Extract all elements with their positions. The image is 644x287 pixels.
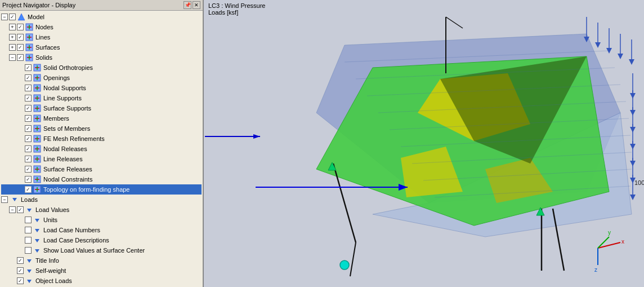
cb-self-weight[interactable]	[17, 267, 24, 274]
svg-marker-55	[35, 229, 39, 232]
openings-label: Openings	[43, 74, 70, 81]
tree-item-self-weight[interactable]: Self-weight	[1, 266, 202, 276]
tree-item-title-info[interactable]: Title Info	[1, 255, 202, 266]
tree-item-nodal-constraints[interactable]: Nodal Constraints	[1, 174, 202, 184]
self-weight-icon	[25, 266, 34, 275]
tree-container[interactable]: − Model + Nodes +	[0, 11, 203, 287]
tree-item-line-supports[interactable]: Line Supports	[1, 93, 202, 103]
cb-nodal-supports[interactable]	[25, 85, 32, 91]
load-values-label: Load Values	[35, 206, 69, 213]
expand-model[interactable]: −	[1, 14, 8, 20]
svg-text:y: y	[608, 229, 611, 236]
tree-item-lc-desc[interactable]: Load Case Descriptions	[1, 235, 202, 245]
title-info-label: Title Info	[35, 257, 59, 264]
svg-marker-53	[27, 209, 32, 212]
cb-units[interactable]	[25, 217, 32, 223]
cb-show-load-values[interactable]	[25, 247, 32, 254]
tree-item-surfaces[interactable]: + Surfaces	[1, 42, 202, 52]
viewport[interactable]: LC3 : Wind Pressure Loads [ksf]	[204, 0, 644, 287]
expand-load-values[interactable]: −	[9, 206, 16, 213]
nodes-icon	[25, 23, 34, 32]
cb-surface-supports[interactable]	[25, 105, 32, 112]
cb-sets-members[interactable]	[25, 125, 32, 132]
tree-item-lines[interactable]: + Lines	[1, 32, 202, 42]
cb-title-info[interactable]	[17, 257, 24, 264]
expand-surfaces[interactable]: +	[9, 44, 16, 51]
cb-fe-mesh[interactable]	[25, 135, 32, 142]
cb-openings[interactable]	[25, 74, 32, 81]
cb-load-values[interactable]	[17, 206, 24, 213]
tree-item-load-values[interactable]: − Load Values	[1, 205, 202, 215]
object-loads-icon	[25, 276, 34, 285]
cb-lines[interactable]	[17, 34, 24, 41]
close-button[interactable]: ✕	[193, 1, 200, 9]
cb-lc-desc[interactable]	[25, 237, 32, 244]
tree-item-model[interactable]: − Model	[1, 12, 202, 22]
cb-solids[interactable]	[17, 54, 24, 61]
tree-item-fe-mesh[interactable]: FE Mesh Refinements	[1, 134, 202, 144]
lc-numbers-label: Load Case Numbers	[43, 227, 100, 233]
units-icon	[33, 215, 42, 224]
cb-topology[interactable]	[25, 186, 32, 193]
svg-marker-59	[27, 270, 32, 273]
cb-object-loads[interactable]	[17, 277, 24, 284]
line-releases-icon	[33, 154, 42, 164]
fe-mesh-icon	[33, 134, 42, 143]
self-weight-label: Self-weight	[35, 267, 66, 274]
tree-item-object-loads[interactable]: Object Loads	[1, 276, 202, 286]
surface-supports-label: Surface Supports	[43, 105, 91, 112]
expand-nodes[interactable]: +	[9, 24, 16, 30]
topology-icon	[33, 185, 42, 194]
pin-button[interactable]: 📌	[184, 1, 191, 9]
tree-item-members[interactable]: Members	[1, 113, 202, 123]
model-label: Model	[28, 14, 44, 20]
tree-item-loads-root[interactable]: − Loads	[1, 195, 202, 205]
tree-item-nodal-supports[interactable]: Nodal Supports	[1, 83, 202, 93]
cb-model[interactable]	[9, 14, 16, 20]
cb-lc-numbers[interactable]	[25, 227, 32, 233]
show-load-values-label: Show Load Values at Surface Center	[43, 247, 145, 254]
cb-nodal-releases[interactable]	[25, 145, 32, 152]
tree-item-topology[interactable]: Topology on form-finding shape	[1, 184, 202, 195]
cb-nodal-constraints[interactable]	[25, 176, 32, 183]
nodal-supports-icon	[33, 83, 42, 92]
svg-marker-56	[35, 239, 39, 242]
load-values-icon	[25, 205, 34, 214]
number-label: 100	[634, 179, 644, 186]
expand-loads[interactable]: −	[1, 196, 8, 203]
viewport-label: LC3 : Wind Pressure Loads [ksf]	[208, 2, 265, 16]
tree-item-solid-ortho[interactable]: Solid Orthotropies	[1, 63, 202, 73]
expand-lines[interactable]: +	[9, 34, 16, 41]
cb-line-supports[interactable]	[25, 95, 32, 101]
tree-item-solids[interactable]: − Solids	[1, 52, 202, 63]
members-label: Members	[43, 115, 69, 122]
surfaces-label: Surfaces	[35, 44, 60, 51]
cb-nodes[interactable]	[17, 24, 24, 30]
svg-marker-54	[35, 219, 39, 222]
tree-item-nodal-releases[interactable]: Nodal Releases	[1, 144, 202, 154]
cb-line-releases[interactable]	[25, 156, 32, 162]
sets-members-label: Sets of Members	[43, 125, 90, 132]
cb-solid-ortho[interactable]	[25, 64, 32, 71]
cb-members[interactable]	[25, 115, 32, 122]
nodal-constraints-icon	[33, 175, 42, 184]
surface-releases-label: Surface Releases	[43, 166, 92, 173]
members-icon	[33, 114, 42, 123]
nodal-constraints-label: Nodal Constraints	[43, 176, 92, 183]
fe-mesh-label: FE Mesh Refinements	[43, 135, 105, 142]
show-load-values-icon	[33, 246, 42, 255]
tree-item-lc-numbers[interactable]: Load Case Numbers	[1, 225, 202, 235]
tree-item-sets-members[interactable]: Sets of Members	[1, 123, 202, 134]
tree-item-nodes[interactable]: + Nodes	[1, 22, 202, 32]
tree-item-line-releases[interactable]: Line Releases	[1, 154, 202, 164]
tree-item-units[interactable]: Units	[1, 215, 202, 225]
svg-marker-0	[18, 14, 25, 20]
tree-item-openings[interactable]: Openings	[1, 73, 202, 83]
tree-item-surface-releases[interactable]: Surface Releases	[1, 164, 202, 174]
tree-item-show-load-values[interactable]: Show Load Values at Surface Center	[1, 245, 202, 255]
tree-item-surface-supports[interactable]: Surface Supports	[1, 103, 202, 113]
svg-text:z: z	[594, 267, 597, 273]
cb-surfaces[interactable]	[17, 44, 24, 51]
expand-solids[interactable]: −	[9, 54, 16, 61]
cb-surface-releases[interactable]	[25, 166, 32, 173]
